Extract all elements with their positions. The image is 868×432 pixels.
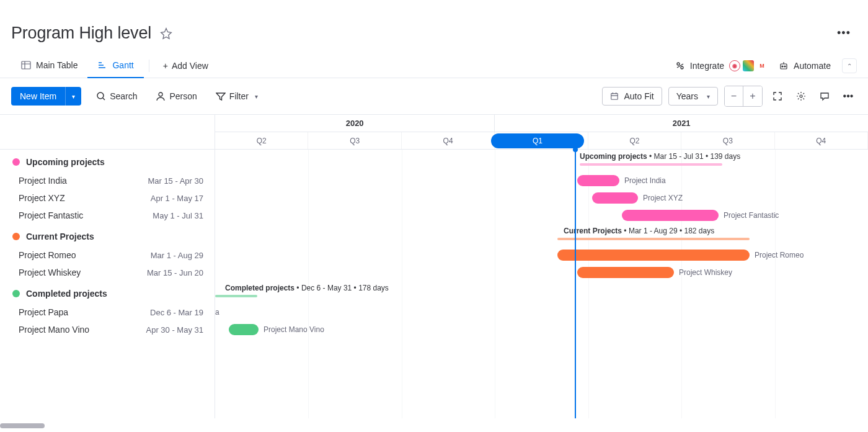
auto-fit-button[interactable]: Auto Fit bbox=[602, 87, 662, 106]
task-dates: Dec 6 - Mar 19 bbox=[150, 308, 203, 317]
svg-rect-0 bbox=[22, 61, 30, 69]
person-filter-button[interactable]: Person bbox=[152, 89, 200, 104]
task-row[interactable]: Project FantasticMay 1 - Jul 31 bbox=[0, 207, 215, 224]
task-bar-label: Project India bbox=[624, 176, 666, 185]
svg-point-5 bbox=[784, 66, 786, 67]
automate-button[interactable]: Automate bbox=[779, 61, 831, 71]
group-header[interactable]: Current Projects bbox=[0, 224, 215, 246]
more-options-button[interactable]: ••• bbox=[839, 88, 857, 105]
task-row[interactable]: Project WhiskeyMar 15 - Jun 20 bbox=[0, 264, 215, 281]
kebab-icon: ••• bbox=[843, 91, 854, 102]
task-dates: Mar 15 - Apr 30 bbox=[148, 176, 203, 186]
integration-apps: ◉ M bbox=[729, 60, 768, 71]
truncated-bar-label: a bbox=[215, 308, 219, 317]
zoom-out-button[interactable]: − bbox=[725, 86, 743, 106]
task-dates: Apr 30 - May 31 bbox=[146, 325, 204, 335]
group-color-dot bbox=[12, 158, 20, 166]
quarter-header[interactable]: Q4 bbox=[775, 132, 868, 149]
task-name: Project Romeo bbox=[19, 250, 76, 260]
task-row[interactable]: Project Mano VinoApr 30 - May 31 bbox=[0, 321, 215, 338]
gantt-timeline[interactable]: 20202021 Q1 Q2Q3Q4Q1Q2Q3Q4 Upcoming proj… bbox=[215, 115, 868, 418]
task-row[interactable]: Project PapaDec 6 - Mar 19 bbox=[0, 304, 215, 321]
quarter-header[interactable]: Q4 bbox=[402, 132, 495, 149]
chevron-down-icon: ▾ bbox=[255, 93, 258, 100]
filter-label: Filter bbox=[229, 91, 249, 101]
table-icon bbox=[21, 60, 31, 70]
group-header[interactable]: Completed projects bbox=[0, 281, 215, 304]
group-name: Upcoming projects bbox=[26, 157, 105, 167]
quarter-header[interactable]: Q3 bbox=[308, 132, 401, 149]
quarter-header[interactable]: Q2 bbox=[215, 132, 308, 149]
favorite-star-icon[interactable] bbox=[160, 27, 172, 40]
current-quarter-pill[interactable]: Q1 bbox=[491, 133, 584, 148]
new-item-button[interactable]: New Item bbox=[11, 87, 65, 106]
app-icon: ◉ bbox=[729, 60, 740, 71]
task-bar[interactable] bbox=[229, 324, 259, 335]
group-summary-bar[interactable] bbox=[215, 295, 257, 297]
svg-point-1 bbox=[677, 63, 680, 65]
group-summary-label: Current Projects • Mar 1 - Aug 29 • 182 … bbox=[564, 227, 714, 235]
task-row[interactable]: Project XYZApr 1 - May 17 bbox=[0, 189, 215, 207]
horizontal-scrollbar[interactable] bbox=[0, 423, 45, 428]
add-view-button[interactable]: + Add View bbox=[154, 55, 217, 77]
filter-button[interactable]: Filter ▾ bbox=[212, 89, 262, 104]
new-item-dropdown[interactable]: ▾ bbox=[65, 87, 81, 106]
gantt-sidebar: Upcoming projectsProject IndiaMar 15 - A… bbox=[0, 115, 215, 418]
task-row[interactable]: Project RomeoMar 1 - Aug 29 bbox=[0, 246, 215, 264]
svg-point-7 bbox=[159, 92, 162, 96]
calendar-icon bbox=[610, 92, 619, 101]
svg-point-4 bbox=[782, 66, 783, 67]
gantt-icon bbox=[97, 60, 107, 70]
gear-icon bbox=[796, 91, 806, 101]
settings-button[interactable] bbox=[792, 88, 810, 105]
task-bar[interactable] bbox=[557, 250, 750, 261]
tab-label: Gantt bbox=[112, 60, 133, 70]
group-name: Completed projects bbox=[26, 289, 107, 299]
task-bar[interactable] bbox=[622, 210, 719, 221]
task-bar[interactable] bbox=[592, 192, 638, 204]
task-row[interactable]: Project IndiaMar 15 - Apr 30 bbox=[0, 172, 215, 189]
group-summary-bar[interactable] bbox=[557, 238, 750, 240]
timescale-dropdown[interactable]: Years ▾ bbox=[668, 87, 718, 106]
page-title[interactable]: Program High level bbox=[11, 24, 151, 43]
robot-icon bbox=[779, 61, 789, 71]
quarter-header[interactable]: Q2 bbox=[588, 132, 681, 149]
search-icon bbox=[96, 91, 106, 101]
quarter-header[interactable]: Q3 bbox=[681, 132, 774, 149]
slack-icon bbox=[743, 60, 754, 71]
integrate-button[interactable]: Integrate ◉ M bbox=[675, 60, 768, 71]
chat-button[interactable] bbox=[816, 88, 833, 105]
fullscreen-button[interactable] bbox=[769, 88, 786, 105]
svg-point-6 bbox=[97, 92, 104, 99]
today-marker[interactable] bbox=[573, 147, 578, 152]
task-bar-label: Project Fantastic bbox=[724, 211, 779, 220]
group-color-dot bbox=[12, 233, 20, 240]
group-header[interactable]: Upcoming projects bbox=[0, 150, 215, 172]
tab-main-table[interactable]: Main Table bbox=[11, 54, 87, 78]
task-dates: May 1 - Jul 31 bbox=[153, 211, 203, 220]
task-name: Project XYZ bbox=[19, 193, 65, 203]
divider bbox=[149, 60, 149, 72]
chevron-down-icon: ▾ bbox=[707, 93, 710, 100]
task-dates: Mar 1 - Aug 29 bbox=[151, 251, 203, 260]
comment-icon bbox=[820, 91, 830, 101]
expand-icon bbox=[773, 91, 782, 101]
group-summary-bar[interactable] bbox=[580, 163, 722, 166]
task-bar-label: Project Romeo bbox=[755, 251, 804, 259]
tab-gantt[interactable]: Gantt bbox=[87, 54, 143, 78]
group-color-dot bbox=[12, 290, 20, 297]
filter-icon bbox=[216, 91, 226, 101]
gmail-icon: M bbox=[756, 60, 768, 71]
collapse-header-button[interactable]: ⌃ bbox=[842, 58, 857, 73]
year-header: 2021 bbox=[495, 115, 868, 132]
task-bar-label: Project Mano Vino bbox=[264, 325, 324, 334]
task-bar[interactable] bbox=[577, 175, 619, 186]
task-name: Project Whiskey bbox=[19, 268, 81, 277]
task-bar[interactable] bbox=[577, 267, 674, 278]
board-options-icon[interactable]: ••• bbox=[836, 25, 852, 42]
today-line bbox=[575, 146, 576, 418]
auto-fit-label: Auto Fit bbox=[624, 91, 653, 101]
search-button[interactable]: Search bbox=[92, 89, 141, 104]
group-summary-label: Completed projects • Dec 6 - May 31 • 17… bbox=[225, 284, 389, 292]
zoom-in-button[interactable]: + bbox=[743, 86, 762, 106]
